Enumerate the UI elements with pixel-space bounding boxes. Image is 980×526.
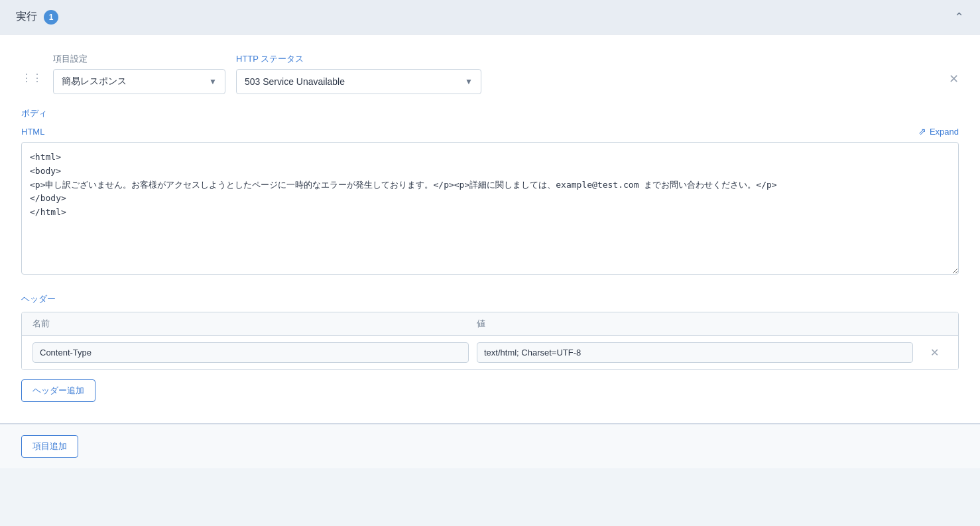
header-name-input[interactable] — [32, 342, 469, 363]
delete-item-button[interactable]: ✕ — [949, 53, 959, 86]
section-header: 実行 1 ⌃ — [0, 0, 980, 34]
expand-button[interactable]: ⇗ Expand — [918, 126, 959, 137]
item-setting-field: 項目設定 簡易レスポンス ▼ — [53, 53, 225, 94]
add-header-button[interactable]: ヘッダー追加 — [21, 379, 95, 402]
header-section-label: ヘッダー — [21, 293, 959, 305]
body-label: ボディ — [21, 107, 959, 119]
collapse-icon[interactable]: ⌃ — [954, 10, 964, 25]
header-table-header: 名前 値 — [22, 312, 958, 336]
body-section: ボディ HTML ⇗ Expand <html> <body> <p>申し訳ござ… — [21, 107, 959, 277]
form-top-row: ⋮⋮ 項目設定 簡易レスポンス ▼ HTTP ステータス 503 Service… — [21, 53, 959, 94]
section-title: 実行 — [16, 10, 37, 24]
header-value-input[interactable] — [477, 342, 913, 363]
section-content: ⋮⋮ 項目設定 簡易レスポンス ▼ HTTP ステータス 503 Service… — [0, 34, 980, 424]
header-table: 名前 値 ✕ — [21, 312, 959, 370]
drag-handle-icon[interactable]: ⋮⋮ — [21, 53, 42, 84]
html-label-row: HTML ⇗ Expand — [21, 126, 959, 137]
header-delete-button[interactable]: ✕ — [921, 346, 948, 359]
header-section: ヘッダー 名前 値 ✕ ヘッダー追加 — [21, 293, 959, 402]
expand-icon: ⇗ — [918, 126, 926, 137]
header-value-col-label: 値 — [477, 318, 921, 330]
http-status-label: HTTP ステータス — [236, 53, 481, 65]
item-setting-label: 項目設定 — [53, 53, 225, 65]
body-content: HTML ⇗ Expand <html> <body> <p>申し訳ございません… — [21, 126, 959, 277]
http-status-value: 503 Service Unavailable — [245, 76, 345, 87]
item-setting-value: 簡易レスポンス — [62, 76, 127, 88]
item-setting-select[interactable]: 簡易レスポンス ▼ — [53, 69, 225, 94]
http-status-chevron-icon: ▼ — [465, 77, 473, 86]
http-status-select[interactable]: 503 Service Unavailable ▼ — [236, 69, 481, 94]
html-label: HTML — [21, 127, 44, 137]
page-wrapper: 実行 1 ⌃ ⋮⋮ 項目設定 簡易レスポンス ▼ HTTP ステータス 503 — [0, 0, 980, 526]
section-title-group: 実行 1 — [16, 10, 58, 25]
expand-label: Expand — [930, 127, 959, 137]
header-name-col-label: 名前 — [32, 318, 477, 330]
add-item-button[interactable]: 項目追加 — [21, 435, 78, 458]
body-textarea[interactable]: <html> <body> <p>申し訳ございません。お客様がアクセスしようとし… — [21, 142, 959, 275]
item-setting-chevron-icon: ▼ — [209, 77, 217, 86]
table-row: ✕ — [22, 336, 958, 369]
add-item-section: 項目追加 — [0, 424, 980, 468]
section-badge: 1 — [44, 10, 58, 25]
http-status-field: HTTP ステータス 503 Service Unavailable ▼ — [236, 53, 481, 94]
